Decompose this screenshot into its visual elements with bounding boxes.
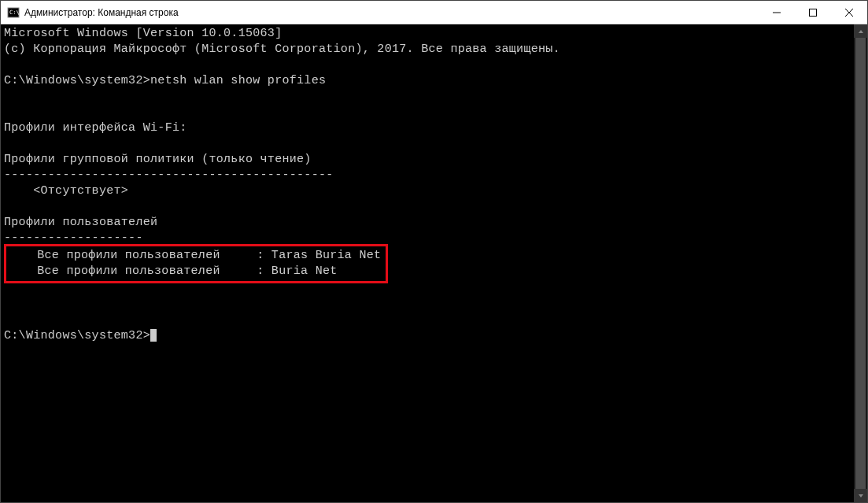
cursor — [150, 329, 157, 342]
command-text: netsh wlan show profiles — [150, 74, 326, 87]
separator: ----------------------------------------… — [4, 168, 334, 182]
close-button[interactable] — [831, 1, 867, 24]
absent-text: <Отсутствует> — [4, 184, 128, 198]
profile-row: Все профили пользователей : Taras Buria … — [8, 249, 381, 262]
scrollbar-thumb[interactable] — [855, 38, 866, 489]
svg-text:C:\: C:\ — [9, 9, 20, 16]
profile-row: Все профили пользователей : Buria Net — [8, 264, 338, 278]
maximize-button[interactable] — [795, 1, 831, 24]
prompt: C:\Windows\system32> — [4, 329, 150, 342]
command-prompt-window: C:\ Администратор: Командная строка Micr… — [0, 0, 868, 503]
section-header: Профили пользователей — [4, 216, 157, 229]
window-controls — [759, 1, 867, 24]
cmd-icon: C:\ — [7, 6, 20, 19]
separator: ------------------- — [4, 231, 143, 245]
titlebar[interactable]: C:\ Администратор: Командная строка — [1, 1, 867, 24]
version-line: Microsoft Windows [Version 10.0.15063] — [4, 27, 282, 40]
scrollbar-track[interactable] — [854, 38, 867, 489]
client-area: Microsoft Windows [Version 10.0.15063] (… — [1, 24, 867, 502]
section-header: Профили интерфейса Wi-Fi: — [4, 121, 187, 135]
window-title: Администратор: Командная строка — [24, 7, 759, 18]
scroll-down-button[interactable] — [854, 489, 867, 502]
vertical-scrollbar[interactable] — [854, 24, 867, 502]
highlighted-profiles: Все профили пользователей : Taras Buria … — [4, 244, 388, 283]
svg-marker-6 — [859, 30, 863, 33]
section-header: Профили групповой политики (только чтени… — [4, 153, 312, 166]
svg-rect-3 — [810, 9, 817, 16]
minimize-button[interactable] — [759, 1, 795, 24]
prompt: C:\Windows\system32> — [4, 74, 150, 87]
terminal-output[interactable]: Microsoft Windows [Version 10.0.15063] (… — [1, 24, 854, 502]
copyright-line: (c) Корпорация Майкрософт (Microsoft Cor… — [4, 43, 560, 56]
scroll-up-button[interactable] — [854, 24, 867, 38]
svg-marker-7 — [859, 494, 863, 497]
